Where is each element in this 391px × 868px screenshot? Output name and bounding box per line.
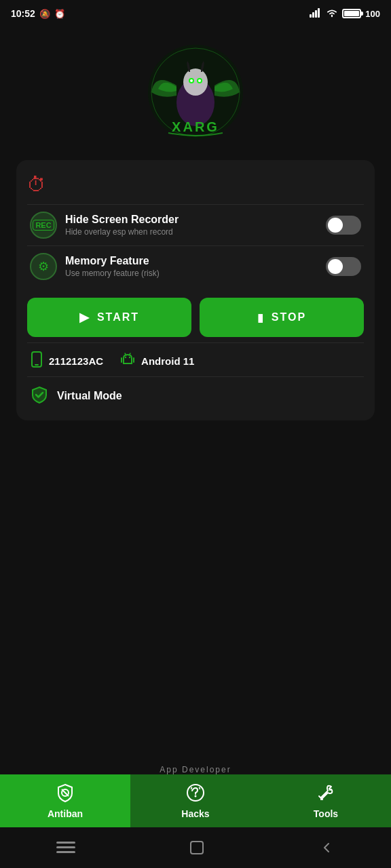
- time-display: 10:52: [11, 8, 35, 19]
- start-button[interactable]: ▶ START: [27, 298, 191, 337]
- info-row: 2112123AC Android 11: [27, 342, 364, 374]
- xarg-logo: XARG: [141, 38, 250, 146]
- home-icon[interactable]: [189, 840, 205, 859]
- svg-rect-0: [310, 14, 312, 18]
- svg-text:XARG: XARG: [172, 119, 219, 134]
- status-left: 10:52 🔕 ⏰: [11, 8, 65, 19]
- svg-rect-24: [56, 842, 75, 844]
- signal-icon: [310, 8, 322, 20]
- virtual-mode-label: Virtual Mode: [57, 390, 122, 402]
- nav-antiban[interactable]: Antiban: [0, 774, 130, 827]
- status-bar: 10:52 🔕 ⏰ 100: [0, 0, 391, 24]
- svg-point-16: [129, 357, 130, 358]
- alarm-icon: ⏰: [54, 9, 65, 19]
- android-version: Android 11: [141, 355, 194, 367]
- toggle-knob-memory: [328, 259, 343, 274]
- battery-icon: [342, 9, 361, 18]
- android-icon: [119, 351, 136, 371]
- logo-container: XARG: [141, 38, 250, 146]
- memory-icon: ⚙: [38, 259, 49, 274]
- stop-icon: ▮: [257, 311, 265, 324]
- svg-point-23: [195, 795, 197, 797]
- rec-icon: REC: [33, 220, 54, 231]
- virtual-mode-row: Virtual Mode: [27, 376, 364, 410]
- hide-recorder-toggle[interactable]: [326, 216, 361, 235]
- svg-point-11: [198, 79, 201, 82]
- stop-label: STOP: [272, 311, 306, 323]
- dev-prefix: App Developer: [5, 765, 386, 774]
- svg-rect-14: [35, 364, 39, 366]
- battery-label: 100: [365, 9, 380, 19]
- memory-title: Memory Feature: [65, 255, 160, 267]
- back-icon[interactable]: [318, 840, 335, 859]
- menu-icon[interactable]: [56, 842, 75, 856]
- nav-hacks[interactable]: Hacks: [130, 774, 261, 827]
- device-id: 2112123AC: [49, 355, 103, 367]
- main-card: ⏱ REC Hide Screen Recorder Hide overlay …: [16, 160, 375, 420]
- hide-recorder-subtitle: Hide overlay esp when record: [65, 227, 179, 237]
- svg-point-15: [125, 357, 126, 358]
- antiban-icon: [55, 783, 75, 806]
- bottom-nav: Antiban Hacks Tools: [0, 774, 391, 827]
- button-row: ▶ START ▮ STOP: [27, 298, 364, 337]
- rec-icon-wrap: REC: [30, 212, 57, 239]
- nav-tools[interactable]: Tools: [261, 774, 391, 827]
- device-id-item: 2112123AC: [30, 351, 103, 371]
- stop-button[interactable]: ▮ STOP: [200, 298, 364, 337]
- phone-icon: [30, 351, 43, 371]
- svg-rect-1: [312, 12, 314, 18]
- mute-icon: 🔕: [39, 9, 50, 19]
- hacks-label: Hacks: [181, 808, 209, 819]
- memory-feature-row: ⚙ Memory Feature Use memory feature (ris…: [27, 245, 364, 287]
- start-label: START: [97, 311, 139, 323]
- svg-rect-27: [191, 842, 203, 854]
- svg-point-7: [183, 68, 208, 96]
- tools-icon: [316, 783, 336, 806]
- timer-icon: ⏱: [27, 174, 46, 195]
- timer-row: ⏱: [27, 171, 364, 204]
- hide-recorder-title: Hide Screen Recorder: [65, 214, 179, 226]
- hacks-icon: [185, 783, 206, 806]
- svg-rect-3: [318, 8, 320, 18]
- start-icon: ▶: [79, 310, 90, 325]
- android-version-item: Android 11: [119, 351, 194, 371]
- tools-label: Tools: [314, 808, 338, 819]
- antiban-label: Antiban: [48, 808, 83, 819]
- memory-icon-wrap: ⚙: [30, 253, 57, 280]
- svg-rect-25: [56, 846, 75, 848]
- logo-area: XARG: [0, 24, 391, 153]
- svg-rect-2: [315, 10, 317, 18]
- svg-rect-26: [56, 851, 75, 853]
- memory-subtitle: Use memory feature (risk): [65, 269, 160, 278]
- svg-point-10: [190, 79, 193, 82]
- system-nav-bar: [0, 830, 391, 868]
- memory-toggle[interactable]: [326, 257, 361, 276]
- shield-check-icon: [30, 385, 49, 407]
- status-right: 100: [310, 8, 380, 20]
- wifi-icon: [326, 8, 338, 20]
- hide-screen-recorder-row: REC Hide Screen Recorder Hide overlay es…: [27, 204, 364, 245]
- toggle-knob-rec: [328, 218, 343, 233]
